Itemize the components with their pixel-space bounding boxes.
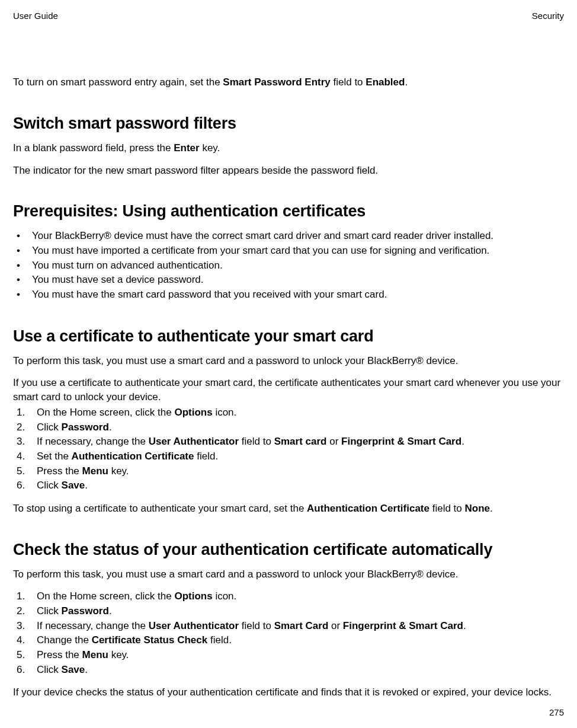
use-cert-p3: To stop using a certificate to authentic…	[13, 502, 564, 516]
text-run: Set the	[37, 451, 72, 462]
switch-filters-p1: In a blank password field, press the Ent…	[13, 141, 564, 155]
header-left: User Guide	[13, 11, 58, 21]
step-item: On the Home screen, click the Options ic…	[15, 589, 564, 604]
text-run: Options	[174, 407, 212, 418]
step-item: Click Password.	[15, 420, 564, 435]
step-item: Click Save.	[15, 663, 564, 678]
step-item: Change the Certificate Status Check fiel…	[15, 633, 564, 648]
text-run: Password	[62, 605, 109, 617]
page-header: User Guide Security	[0, 0, 577, 21]
text-run: field to	[429, 503, 465, 514]
step-item: If necessary, change the User Authentica…	[15, 619, 564, 634]
text-run: Change the	[37, 634, 92, 646]
step-item: Set the Authentication Certificate field…	[15, 449, 564, 464]
text-run: Enter	[174, 142, 199, 154]
text-run: In a blank password field, press the	[13, 142, 174, 154]
text-run: field.	[194, 451, 218, 462]
text-run: Click	[37, 664, 62, 675]
text-run: Authentication Certificate	[72, 451, 194, 462]
list-item: You must have imported a certificate fro…	[15, 244, 564, 258]
text-run: User Authenticator	[149, 436, 239, 447]
text-run: Press the	[37, 465, 82, 477]
text-run: Smart Password Entry	[223, 76, 330, 88]
list-item: You must turn on advanced authentication…	[15, 258, 564, 273]
text-run: None	[465, 503, 491, 514]
text-run: icon.	[213, 590, 237, 602]
text-run: Save	[62, 480, 85, 491]
use-cert-p1: To perform this task, you must use a sma…	[13, 354, 564, 368]
use-cert-steps: On the Home screen, click the Options ic…	[15, 405, 564, 493]
text-run: Fingerprint & Smart Card	[343, 620, 463, 631]
text-run: icon.	[213, 407, 237, 418]
text-run: Password	[62, 422, 109, 433]
text-run: .	[463, 620, 466, 631]
text-run: field to	[239, 436, 274, 447]
step-item: Click Save.	[15, 478, 564, 493]
text-run: Smart Card	[274, 620, 329, 631]
text-run: Enabled	[366, 76, 405, 88]
check-status-p2: If your device checks the status of your…	[13, 685, 564, 700]
text-run: User Authenticator	[149, 620, 239, 631]
page-content: To turn on smart password entry again, s…	[0, 75, 577, 700]
list-item: You must have set a device password.	[15, 273, 564, 288]
check-status-p1: To perform this task, you must use a sma…	[13, 567, 564, 582]
text-run: On the Home screen, click the	[37, 407, 174, 418]
step-item: Press the Menu key.	[15, 464, 564, 479]
text-run: If necessary, change the	[37, 436, 149, 447]
heading-prerequisites: Prerequisites: Using authentication cert…	[13, 202, 564, 221]
text-run: Authentication Certificate	[307, 503, 429, 514]
text-run: Click	[37, 480, 62, 491]
list-item: You must have the smart card password th…	[15, 288, 564, 302]
switch-filters-p2: The indicator for the new smart password…	[13, 164, 564, 178]
text-run: Save	[62, 664, 85, 675]
header-right: Security	[532, 11, 564, 21]
heading-check-status: Check the status of your authentication …	[13, 541, 564, 559]
step-item: Click Password.	[15, 604, 564, 619]
text-run: .	[490, 503, 493, 514]
text-run: Certificate Status Check	[92, 634, 208, 646]
text-run: field to	[239, 620, 274, 631]
text-run: field.	[207, 634, 232, 646]
text-run: or	[328, 620, 343, 631]
text-run: On the Home screen, click the	[37, 590, 174, 602]
text-run: .	[85, 480, 88, 491]
text-run: key.	[108, 465, 129, 477]
text-run: Click	[37, 422, 62, 433]
text-run: Menu	[82, 465, 108, 477]
text-run: .	[109, 422, 112, 433]
step-item: Press the Menu key.	[15, 648, 564, 663]
intro-paragraph: To turn on smart password entry again, s…	[13, 75, 564, 90]
text-run: .	[405, 76, 408, 88]
use-cert-p2: If you use a certificate to authenticate…	[13, 376, 564, 404]
heading-use-certificate: Use a certificate to authenticate your s…	[13, 327, 564, 346]
text-run: key.	[108, 649, 129, 660]
text-run: Smart card	[274, 436, 327, 447]
text-run: To turn on smart password entry again, s…	[13, 76, 223, 88]
check-status-steps: On the Home screen, click the Options ic…	[15, 589, 564, 677]
page-number: 275	[549, 707, 564, 717]
prerequisites-list: Your BlackBerry® device must have the co…	[15, 229, 564, 302]
heading-switch-filters: Switch smart password filters	[13, 114, 564, 133]
step-item: On the Home screen, click the Options ic…	[15, 405, 564, 420]
list-item: Your BlackBerry® device must have the co…	[15, 229, 564, 244]
text-run: .	[85, 664, 88, 675]
text-run: If necessary, change the	[37, 620, 149, 631]
text-run: To stop using a certificate to authentic…	[13, 503, 307, 514]
text-run: Fingerprint & Smart Card	[341, 436, 461, 447]
text-run: Options	[174, 590, 212, 602]
text-run: key.	[200, 142, 220, 154]
text-run: Press the	[37, 649, 82, 660]
text-run: or	[326, 436, 341, 447]
text-run: .	[109, 605, 112, 617]
text-run: Menu	[82, 649, 108, 660]
text-run: Click	[37, 605, 62, 617]
text-run: field to	[331, 76, 366, 88]
step-item: If necessary, change the User Authentica…	[15, 435, 564, 449]
text-run: .	[461, 436, 464, 447]
